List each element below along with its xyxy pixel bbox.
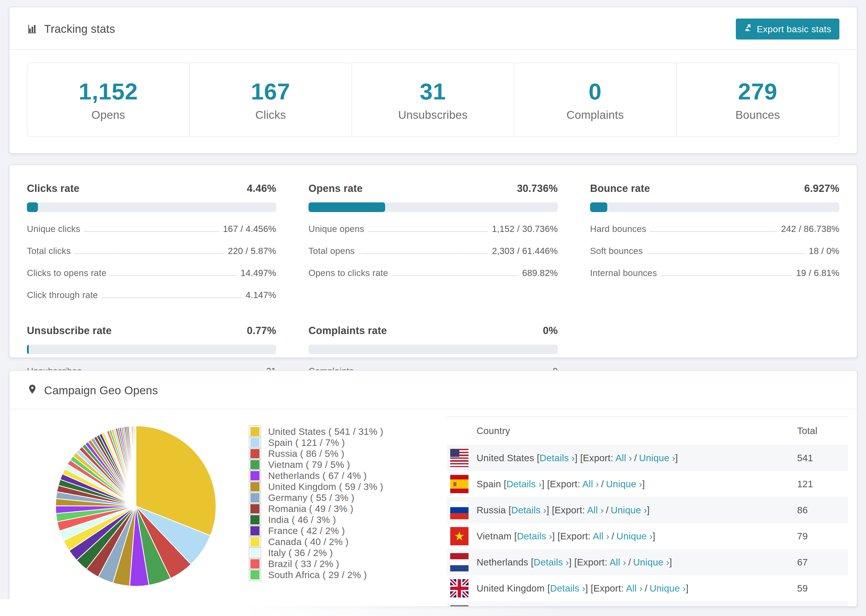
header-divider	[9, 49, 857, 50]
legend-item: Germany ( 55 / 3% )	[249, 492, 399, 503]
export-all-link[interactable]: All ›	[582, 479, 599, 489]
campaign-stats-page: { "accent_color": "#1a8ca4", "link_color…	[0, 0, 866, 616]
opens-rate-panel: Opens rate 30.736% Unique opens1,152 / 3…	[309, 183, 558, 300]
progress-fill	[309, 203, 385, 212]
rates-card: Clicks rate 4.46% Unique clicks167 / 4.4…	[9, 165, 857, 358]
export-all-link[interactable]: All ›	[587, 505, 604, 515]
export-unique-link[interactable]: Unique ›	[611, 505, 647, 515]
country-name: Russia	[477, 505, 506, 515]
legend-swatch	[249, 426, 261, 438]
details-link[interactable]: Details ›	[506, 479, 542, 489]
stat-opens: 1,152 Opens	[27, 63, 190, 136]
export-unique-link[interactable]: Unique ›	[650, 583, 686, 593]
rate-row: Total opens2,303 / 61.446%	[309, 246, 558, 256]
row-value: 19 / 6.81%	[796, 268, 839, 278]
dotted-leader	[368, 231, 488, 232]
details-link[interactable]: Details ›	[511, 505, 546, 515]
details-link[interactable]: Details ›	[550, 583, 585, 593]
country-name: Vietnam	[477, 531, 512, 541]
stat-unsubscribes: 31 Unsubscribes	[352, 63, 514, 136]
export-unique-link[interactable]: Unique ›	[639, 453, 675, 463]
rate-row: Clicks to opens rate14.497%	[27, 268, 276, 278]
united-states-flag-icon	[450, 449, 469, 467]
legend-label: South Africa ( 29 / 2% )	[268, 569, 367, 580]
row-value: 689.82%	[522, 268, 558, 278]
dotted-leader	[650, 231, 777, 232]
geo-header: Campaign Geo Opens	[9, 371, 857, 409]
clicks-rate-progress-bar	[27, 203, 276, 212]
table-row-netherlands: Netherlands[Details ›][Export:All ›/Uniq…	[446, 549, 848, 575]
rate-title: Clicks rate	[27, 183, 80, 194]
dotted-leader	[661, 275, 792, 276]
legend-item: France ( 42 / 2% )	[249, 525, 399, 536]
legend-swatch	[249, 558, 261, 570]
summary-stats-band: 1,152 Opens 167 Clicks 31 Unsubscribes 0…	[27, 63, 839, 137]
stat-clicks: 167 Clicks	[190, 63, 352, 136]
geo-section-title: Campaign Geo Opens	[44, 384, 158, 397]
legend-item: South Africa ( 29 / 2% )	[249, 569, 399, 580]
details-link[interactable]: Details ›	[540, 453, 575, 463]
details-link[interactable]: Details ›	[534, 557, 569, 567]
row-label: Unique opens	[309, 224, 364, 234]
row-label: Internal bounces	[590, 268, 657, 278]
rates-grid: Clicks rate 4.46% Unique clicks167 / 4.4…	[9, 165, 857, 376]
complaints-rate-progress-bar	[309, 344, 558, 354]
export-basic-stats-button[interactable]: Export basic stats	[736, 19, 839, 39]
legend-swatch	[249, 470, 261, 482]
row-value: 2,303 / 61.446%	[492, 246, 558, 256]
spain-flag-icon	[450, 475, 469, 493]
legend-swatch	[249, 481, 261, 493]
row-label: Opens to clicks rate	[309, 268, 388, 278]
map-pin-icon	[27, 383, 38, 398]
legend-item: Brazil ( 33 / 2% )	[249, 558, 399, 569]
rate-title: Unsubscribe rate	[27, 325, 112, 336]
legend-swatch	[249, 437, 261, 449]
legend-label: Canada ( 40 / 2% )	[268, 536, 348, 547]
export-all-link[interactable]: All ›	[626, 583, 642, 593]
dotted-leader	[359, 253, 488, 254]
russia-flag-icon	[450, 501, 469, 519]
export-unique-link[interactable]: Unique ›	[606, 479, 642, 489]
rate-value: 4.46%	[247, 183, 276, 194]
export-unique-link[interactable]: Unique ›	[633, 557, 669, 567]
export-all-link[interactable]: All ›	[593, 531, 609, 541]
tracking-stats-title-row: Tracking stats	[27, 23, 115, 36]
legend-swatch	[249, 492, 261, 504]
unsubscribe-rate-progress-bar	[27, 344, 276, 354]
rate-title: Bounce rate	[590, 183, 650, 194]
tracking-stats-card: Tracking stats Export basic stats 1,152 …	[9, 7, 857, 154]
stat-label: Opens	[91, 108, 125, 121]
row-label: Soft bounces	[590, 246, 643, 256]
export-unique-link[interactable]: Unique ›	[616, 531, 653, 541]
table-row-russia: Russia[Details ›][Export:All ›/Unique ›]…	[446, 497, 848, 523]
legend-item: Netherlands ( 67 / 4% )	[249, 470, 399, 481]
stat-value: 0	[589, 78, 601, 105]
dotted-leader	[85, 231, 219, 232]
legend-item: India ( 46 / 3% )	[249, 514, 399, 525]
geo-body: United States ( 541 / 31% ) Spain ( 121 …	[9, 409, 857, 607]
legend-item: Italy ( 36 / 2% )	[249, 547, 399, 558]
total-value: 541	[797, 453, 848, 464]
legend-item: Romania ( 49 / 3% )	[249, 503, 399, 514]
opens-rate-progress-bar	[309, 203, 558, 212]
rate-title: Complaints rate	[309, 325, 387, 336]
export-all-link[interactable]: All ›	[609, 557, 626, 567]
geo-opens-table: Country Total United States[Details ›][E…	[446, 416, 848, 607]
rate-value: 30.736%	[517, 183, 558, 194]
legend-swatch	[249, 459, 261, 471]
country-name: Netherlands	[477, 557, 528, 567]
row-label: Total clicks	[27, 246, 71, 256]
legend-swatch	[249, 536, 261, 548]
export-all-link[interactable]: All ›	[615, 453, 632, 463]
country-name: Spain	[477, 479, 501, 489]
legend-item: United Kingdom ( 59 / 3% )	[249, 481, 399, 492]
export-icon	[744, 24, 753, 35]
country-name: United States	[477, 453, 534, 463]
stat-value: 167	[251, 78, 290, 105]
stat-bounces: 279 Bounces	[677, 63, 839, 136]
row-value: 4.147%	[246, 290, 276, 300]
legend-label: Italy ( 36 / 2% )	[268, 547, 333, 558]
table-row-vietnam: Vietnam[Details ›][Export:All ›/Unique ›…	[446, 523, 848, 549]
details-link[interactable]: Details ›	[517, 531, 552, 541]
row-value: 1,152 / 30.736%	[492, 224, 558, 234]
